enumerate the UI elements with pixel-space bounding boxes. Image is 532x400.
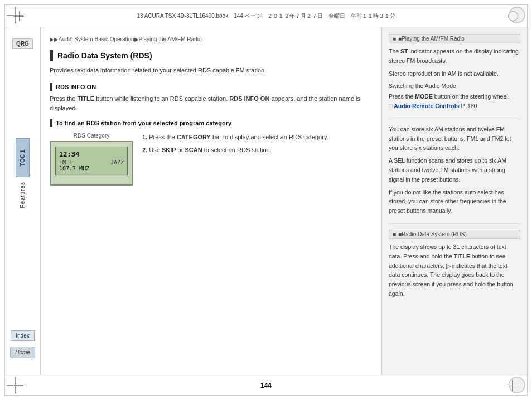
right-panel-heading1-text: ■Playing the AM/FM Radio [398,36,465,42]
rds-steps: 1. Press the CATEGORY bar to display and… [142,133,371,186]
page-number: 144 [260,382,272,389]
right-panel-heading3-text: ■Radio Data System (RDS) [398,231,467,237]
sidebar-features-label: Features [20,182,26,208]
find-rds-bar [50,119,52,127]
right-panel-heading1-icon: ■ [393,36,396,42]
footer: 144 [5,375,527,395]
divider2 [389,223,520,224]
header-file-info: 13 ACURA TSX 4D-31TL16400.book 144 ページ ２… [137,12,395,20]
footer-crosshair-left [14,380,25,391]
right-panel-heading3-icon: ■ [393,231,396,237]
right-panel-section2: You can store six AM stations and twelve… [389,125,520,216]
rds-screen: 12:34 FM 1 JAZZ 107.7 MHZ [50,141,133,186]
right-panel-heading3: ■ ■Radio Data System (RDS) [389,230,520,239]
section-title-bar [50,50,53,61]
right-panel-s1-text1: The ST indicator appears on the display … [389,47,520,66]
section-title-block: Radio Data System (RDS) [50,50,371,61]
right-panel-s1-text3: Switching the Audio Mode [389,81,520,91]
rds-info-heading: RDS INFO ON [50,83,371,91]
intro-text: Provides text data information related t… [50,66,371,75]
rds-freq: 12:34 [59,150,124,158]
sidebar: QRG TOC 1 Features Index Home [5,27,41,375]
sidebar-home-button[interactable]: Home [10,347,35,358]
rds-columns: RDS Category 12:34 FM 1 JAZZ 107.7 MHZ [50,133,371,186]
find-rds-heading-text: To find an RDS station from your selecte… [56,120,231,126]
divider1 [389,119,520,119]
rds-info-heading-text: RDS INFO ON [56,84,96,90]
header-circle-right [508,11,518,21]
rds-screen-inner: 12:34 FM 1 JAZZ 107.7 MHZ [55,147,128,175]
right-panel-s2-text3: If you do not like the stations auto sel… [389,188,520,216]
rds-info-bar [50,83,52,91]
rds-info-body: Press the TITLE button while listening t… [50,94,371,114]
right-panel-section1: ■ ■Playing the AM/FM Radio The ST indica… [389,34,520,111]
page-outer: 13 ACURA TSX 4D-31TL16400.book 144 ページ ２… [4,4,528,396]
rds-step2: 2. Use SKIP or SCAN to select an RDS sta… [142,145,371,155]
footer-crosshair-right [507,380,518,391]
breadcrumb: ▶▶Audio System Basic Operation▶Playing t… [50,36,371,42]
header-crosshair-left [14,11,24,21]
rds-mhz: 107.7 MHZ [59,165,124,172]
right-panel-heading1: ■ ■Playing the AM/FM Radio [389,34,520,43]
rds-step1: 1. Press the CATEGORY bar to display and… [142,133,371,143]
header-bar: 13 ACURA TSX 4D-31TL16400.book 144 ページ ２… [5,5,527,27]
rds-station2: JAZZ [110,159,124,165]
content-right: ■ ■Playing the AM/FM Radio The ST indica… [382,27,527,375]
right-panel-link: Audio Remote Controls [394,103,459,109]
sidebar-toc-button[interactable]: TOC 1 [16,138,30,177]
rds-station1: FM 1 [59,159,72,165]
rds-display-label: RDS Category [50,133,133,139]
content-left: ▶▶Audio System Basic Operation▶Playing t… [41,27,382,375]
sidebar-index-button[interactable]: Index [11,330,34,341]
find-rds-heading: To find an RDS station from your selecte… [50,119,371,127]
right-panel-s3-text1: The display shows up to 31 characters of… [389,242,520,299]
rds-display-box: RDS Category 12:34 FM 1 JAZZ 107.7 MHZ [50,133,133,186]
right-panel-s2-text1: You can store six AM stations and twelve… [389,125,520,153]
right-panel-s1-text4: Press the MODE button on the steering wh… [389,92,520,111]
section-title-text: Radio Data System (RDS) [57,51,152,60]
right-panel-section3: ■ ■Radio Data System (RDS) The display s… [389,230,520,299]
main-content: ▶▶Audio System Basic Operation▶Playing t… [41,27,527,375]
sidebar-qrg-button[interactable]: QRG [12,38,33,49]
right-panel-s2-text2: A SEL function scans and stores up to si… [389,156,520,184]
right-panel-s1-text2: Stereo reproduction in AM is not availab… [389,69,520,79]
